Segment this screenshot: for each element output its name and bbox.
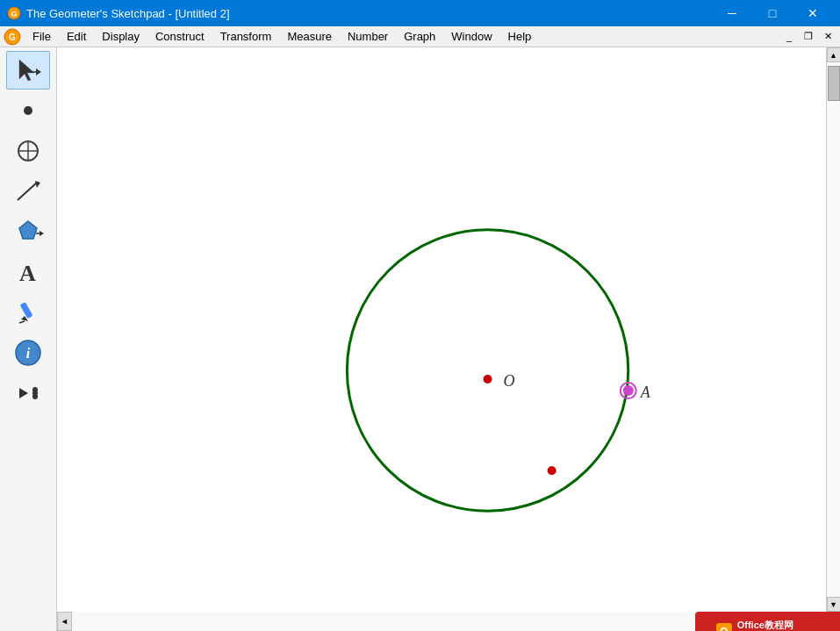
animation-tool[interactable]: [6, 374, 50, 412]
menu-right-controls: _ ❐ ✕: [780, 28, 836, 46]
title-bar: G The Geometer's Sketchpad - [Untitled 2…: [0, 0, 840, 26]
menu-file[interactable]: File: [25, 26, 59, 47]
scroll-left-button[interactable]: ◄: [57, 612, 72, 631]
menu-graph[interactable]: Graph: [396, 26, 443, 47]
canvas-area[interactable]: O A: [57, 47, 826, 612]
svg-text:G: G: [9, 32, 16, 42]
text-tool-icon: A: [12, 256, 44, 288]
center-label-O: O: [504, 372, 515, 390]
svg-marker-22: [19, 388, 28, 398]
scroll-down-button[interactable]: ▼: [827, 597, 841, 612]
minimize-button[interactable]: ─: [712, 0, 752, 26]
line-tool[interactable]: [6, 172, 50, 211]
info-tool-icon: i: [12, 337, 44, 369]
toolbar: A i: [0, 47, 57, 612]
sketch-svg: O A: [57, 47, 826, 612]
title-bar-left: G The Geometer's Sketchpad - [Untitled 2…: [7, 6, 230, 20]
title-text: The Geometer's Sketchpad - [Untitled 2]: [26, 7, 230, 20]
scroll-track-v[interactable]: [827, 62, 840, 597]
close-button[interactable]: ✕: [793, 0, 833, 26]
main-layout: A i: [0, 47, 840, 612]
menu-transform[interactable]: Transform: [212, 26, 280, 47]
watermark-text: Office教程网 www.office26.com: [737, 619, 822, 631]
inner-minimize-btn[interactable]: _: [780, 28, 798, 46]
compass-tool[interactable]: [6, 132, 50, 170]
menu-construct[interactable]: Construct: [147, 26, 212, 47]
svg-point-7: [24, 106, 32, 115]
compass-tool-icon: [12, 135, 44, 167]
center-point-dot[interactable]: [484, 375, 492, 384]
text-tool[interactable]: A: [6, 253, 50, 291]
animation-tool-icon: [12, 377, 44, 409]
svg-marker-6: [36, 68, 41, 75]
watermark-badge: O Office教程网 www.office26.com: [695, 612, 840, 631]
scroll-up-button[interactable]: ▲: [827, 47, 841, 62]
svg-text:A: A: [19, 261, 36, 286]
svg-text:O: O: [720, 626, 728, 631]
polygon-tool[interactable]: [6, 212, 50, 251]
svg-marker-15: [39, 231, 44, 236]
watermark-icon: O: [714, 621, 734, 631]
line-tool-icon: [12, 176, 44, 207]
point-tool-icon: [12, 95, 44, 126]
arrow-tool-icon: [12, 54, 44, 86]
svg-marker-4: [19, 60, 34, 81]
inner-restore-btn[interactable]: ❐: [800, 28, 817, 46]
menu-bar: G File Edit Display Construct Transform …: [0, 26, 840, 47]
menu-app-icon: G: [4, 28, 21, 46]
menu-window[interactable]: Window: [443, 26, 499, 47]
vertical-scrollbar: ▲ ▼: [826, 47, 840, 612]
menu-display[interactable]: Display: [94, 26, 147, 47]
app-icon: G: [7, 6, 21, 20]
radius-point-A[interactable]: [623, 385, 634, 396]
circle[interactable]: [347, 230, 628, 511]
marker-tool[interactable]: [6, 293, 50, 332]
svg-text:G: G: [11, 10, 17, 18]
polygon-tool-icon: [12, 216, 44, 247]
svg-rect-17: [20, 302, 33, 319]
svg-marker-13: [19, 221, 37, 239]
marker-tool-icon: [12, 297, 44, 328]
svg-point-25: [32, 391, 38, 396]
menu-number[interactable]: Number: [340, 26, 396, 47]
menu-measure[interactable]: Measure: [279, 26, 340, 47]
svg-line-11: [18, 183, 37, 200]
radius-label-A: A: [640, 384, 651, 401]
inner-close-btn[interactable]: ✕: [819, 28, 836, 46]
info-tool[interactable]: i: [6, 333, 50, 372]
point-tool[interactable]: [6, 91, 50, 130]
scroll-thumb-v[interactable]: [828, 66, 840, 101]
toolbar-bottom-spacer: [0, 612, 57, 631]
bottom-point[interactable]: [548, 466, 556, 475]
svg-text:i: i: [26, 346, 31, 361]
menu-edit[interactable]: Edit: [59, 26, 94, 47]
svg-line-19: [19, 321, 25, 323]
arrow-tool[interactable]: [6, 51, 50, 90]
maximize-button[interactable]: □: [752, 0, 793, 26]
menu-help[interactable]: Help: [500, 26, 540, 47]
title-bar-controls: ─ □ ✕: [712, 0, 833, 26]
